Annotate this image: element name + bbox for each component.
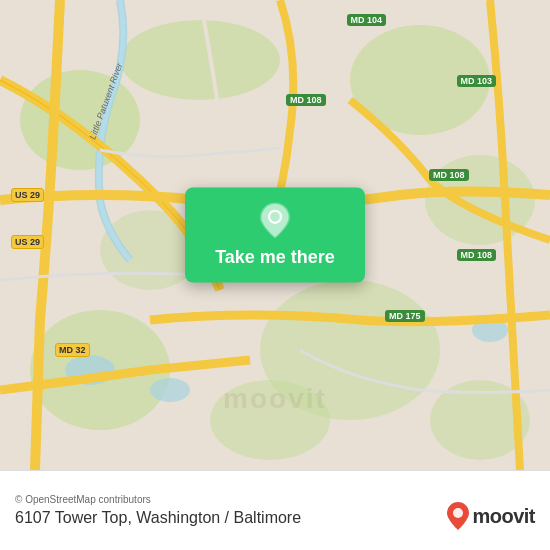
road-label-md103: MD 103 [457, 75, 497, 87]
moovit-logo: moovit [447, 502, 535, 530]
road-label-md108a: MD 108 [286, 94, 326, 106]
road-label-md175b: MD 175 [385, 310, 425, 322]
take-me-there-label: Take me there [215, 247, 335, 268]
svg-point-15 [453, 508, 463, 518]
bottom-bar: © OpenStreetMap contributors 6107 Tower … [0, 470, 550, 550]
map-container: Little Patuxent River MD 104 MD 103 MD 1… [0, 0, 550, 470]
road-label-md108b: MD 108 [429, 169, 469, 181]
moovit-pin-icon [447, 502, 469, 530]
svg-point-2 [120, 20, 280, 100]
location-pin-icon [257, 203, 293, 239]
road-label-md32: MD 32 [55, 343, 90, 357]
take-me-there-button[interactable]: Take me there [185, 188, 365, 283]
road-label-us29a: US 29 [11, 188, 44, 202]
svg-point-11 [150, 378, 190, 402]
moovit-text: moovit [472, 505, 535, 528]
road-label-md104: MD 104 [347, 14, 387, 26]
svg-point-7 [210, 380, 330, 460]
road-label-us29b: US 29 [11, 235, 44, 249]
road-label-md108c: MD 108 [457, 249, 497, 261]
